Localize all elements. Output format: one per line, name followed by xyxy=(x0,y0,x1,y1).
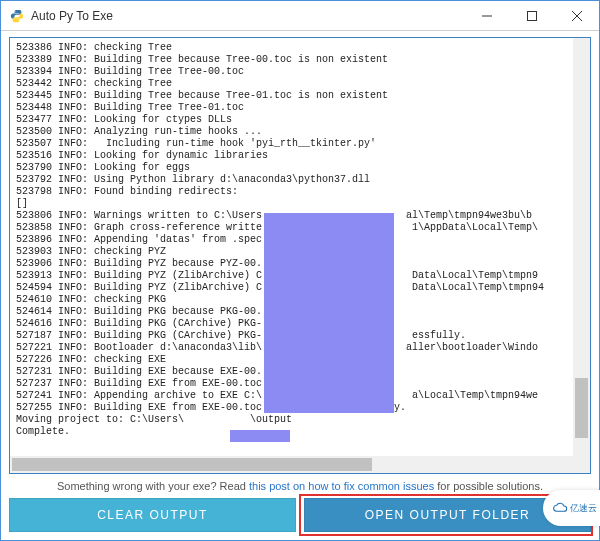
python-logo-icon xyxy=(9,8,25,24)
buttons-row: CLEAR OUTPUT OPEN OUTPUT FOLDER xyxy=(9,498,591,532)
console-line: 523792 INFO: Using Python library d:\ana… xyxy=(16,174,584,186)
console-line: [] xyxy=(16,198,584,210)
console-line: 523477 INFO: Looking for ctypes DLLs xyxy=(16,114,584,126)
console-line: 523445 INFO: Building Tree because Tree-… xyxy=(16,90,584,102)
watermark-text: 亿速云 xyxy=(570,502,597,515)
window-title: Auto Py To Exe xyxy=(31,9,464,23)
vertical-scrollbar[interactable] xyxy=(573,38,590,456)
maximize-button[interactable] xyxy=(509,1,554,31)
console-line: Complete. xyxy=(16,426,584,438)
hint-suffix: for possible solutions. xyxy=(434,480,543,492)
redaction-overlay xyxy=(264,213,394,413)
watermark-badge: 亿速云 xyxy=(543,490,600,526)
console-line: 523790 INFO: Looking for eggs xyxy=(16,162,584,174)
hint-text: Something wrong with your exe? Read this… xyxy=(9,474,591,498)
app-window: Auto Py To Exe 523386 INFO: checking Tre… xyxy=(0,0,600,541)
console-line: 523442 INFO: checking Tree xyxy=(16,78,584,90)
minimize-button[interactable] xyxy=(464,1,509,31)
console-line: 523389 INFO: Building Tree because Tree-… xyxy=(16,54,584,66)
redaction-overlay xyxy=(230,430,290,442)
titlebar: Auto Py To Exe xyxy=(1,1,599,31)
console-line: 523448 INFO: Building Tree Tree-01.toc xyxy=(16,102,584,114)
console-line: 523507 INFO: Including run-time hook 'py… xyxy=(16,138,584,150)
close-icon xyxy=(572,11,582,21)
hint-link[interactable]: this post on how to fix common issues xyxy=(249,480,434,492)
horizontal-scrollbar[interactable] xyxy=(10,456,573,473)
console-line: 523386 INFO: checking Tree xyxy=(16,42,584,54)
console-line: 523500 INFO: Analyzing run-time hooks ..… xyxy=(16,126,584,138)
window-body: 523386 INFO: checking Tree523389 INFO: B… xyxy=(1,31,599,540)
console-panel: 523386 INFO: checking Tree523389 INFO: B… xyxy=(9,37,591,474)
close-button[interactable] xyxy=(554,1,599,31)
console-output: 523386 INFO: checking Tree523389 INFO: B… xyxy=(10,38,590,456)
svg-point-0 xyxy=(14,11,15,12)
maximize-icon xyxy=(527,11,537,21)
cloud-icon xyxy=(552,502,568,514)
horizontal-scroll-thumb[interactable] xyxy=(12,458,372,471)
hint-prefix: Something wrong with your exe? Read xyxy=(57,480,249,492)
clear-output-button[interactable]: CLEAR OUTPUT xyxy=(9,498,296,532)
minimize-icon xyxy=(482,11,492,21)
vertical-scroll-thumb[interactable] xyxy=(575,378,588,438)
console-line: Moving project to: C:\Users\ \output xyxy=(16,414,584,426)
console-line: 523516 INFO: Looking for dynamic librari… xyxy=(16,150,584,162)
svg-point-1 xyxy=(19,19,20,20)
console-line: 523394 INFO: Building Tree Tree-00.toc xyxy=(16,66,584,78)
console-line: 523798 INFO: Found binding redirects: xyxy=(16,186,584,198)
svg-rect-3 xyxy=(527,11,536,20)
